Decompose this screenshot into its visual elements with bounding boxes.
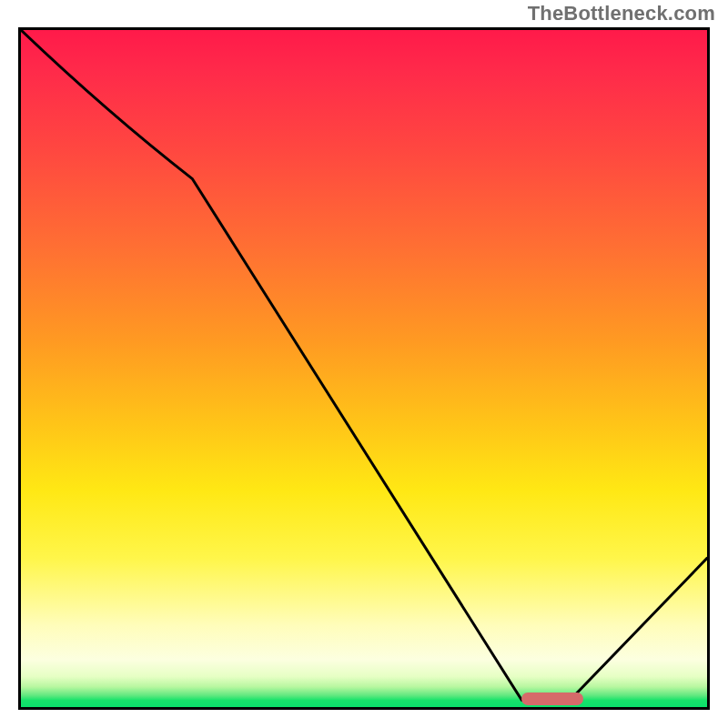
attribution-label: TheBottleneck.com	[528, 2, 715, 25]
bottleneck-curve	[21, 30, 707, 707]
chart-container: TheBottleneck.com	[0, 0, 728, 728]
plot-area	[18, 27, 710, 710]
optimal-range-marker	[521, 693, 583, 705]
